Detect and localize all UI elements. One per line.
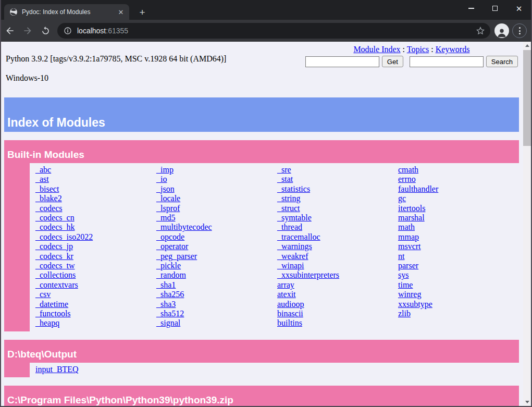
module-link-_sha3[interactable]: _sha3 [156,300,176,309]
module-link-_ast[interactable]: _ast [35,175,49,183]
module-link-_datetime[interactable]: _datetime [35,300,68,309]
module-link-atexit[interactable]: atexit [277,290,296,299]
page-scrollbar[interactable] [523,42,531,406]
topics-link[interactable]: Topics [407,45,429,54]
module-link-_sha256[interactable]: _sha256 [156,290,184,299]
module-link-_peg_parser[interactable]: _peg_parser [156,252,197,261]
module-link-_warnings[interactable]: _warnings [277,242,312,251]
browser-menu-button[interactable] [512,23,527,38]
module-link-_abc[interactable]: _abc [35,165,51,174]
module-link-_winapi[interactable]: _winapi [277,261,304,270]
module-link-_signal[interactable]: _signal [156,318,180,327]
module-link-msvcrt[interactable]: msvcrt [398,242,421,251]
module-link-_functools[interactable]: _functools [35,309,71,318]
module-link-_lsprof[interactable]: _lsprof [156,204,180,213]
module-link-_operator[interactable]: _operator [156,242,188,251]
module-link-math[interactable]: math [398,223,415,231]
module-link-parser[interactable]: parser [398,261,418,270]
module-link-_thread[interactable]: _thread [277,223,302,231]
module-link-_pickle[interactable]: _pickle [156,261,181,270]
section-content: _abc_ast_bisect_blake2_codecs_codecs_cn_… [35,163,519,331]
module-link-winreg[interactable]: winreg [398,290,421,299]
module-link-mmap[interactable]: mmap [398,232,419,241]
scrollbar-down-button[interactable] [523,398,531,406]
module-link-_collections[interactable]: _collections [35,270,76,279]
module-link-nt[interactable]: nt [398,252,404,261]
module-link-_csv[interactable]: _csv [35,290,51,299]
module-link-_sre[interactable]: _sre [277,165,291,174]
module-link-gc[interactable]: gc [398,194,406,203]
module-link-_imp[interactable]: _imp [156,165,174,174]
scrollbar-up-button[interactable] [523,42,531,50]
close-icon: ✕ [516,5,523,13]
module-link-_random[interactable]: _random [156,270,186,279]
module-link-input_BTEQ[interactable]: input_BTEQ [35,365,79,374]
module-link-zlib[interactable]: zlib [398,309,411,318]
module-link-_symtable[interactable]: _symtable [277,213,312,222]
module-link-time[interactable]: time [398,280,413,289]
search-input[interactable] [410,56,484,67]
module-link-binascii[interactable]: binascii [277,309,303,318]
scrollbar-thumb[interactable] [523,50,531,146]
module-link-_codecs_jp[interactable]: _codecs_jp [35,242,73,251]
profile-avatar[interactable] [494,23,509,38]
module-link-_md5[interactable]: _md5 [156,213,175,222]
address-bar[interactable]: localhost:61355 [57,23,490,39]
module-link-_heapq[interactable]: _heapq [35,318,59,327]
module-index-link[interactable]: Module Index [353,45,400,54]
module-link-_opcode[interactable]: _opcode [156,232,184,241]
python-version-line: Python 3.9.2 [tags/v3.9.2:1a79785, MSC v… [6,54,226,64]
browser-window: Pydoc: Index of Modules ✕ + ✕ [0,0,532,407]
module-link-_io[interactable]: _io [156,175,167,183]
module-link-_multibytecodec[interactable]: _multibytecodec [156,223,212,231]
window-minimize-button[interactable] [459,0,483,17]
module-link-_codecs_tw[interactable]: _codecs_tw [35,261,75,270]
browser-tab[interactable]: Pydoc: Index of Modules ✕ [4,4,129,20]
get-input[interactable] [305,56,379,67]
module-link-_contextvars[interactable]: _contextvars [35,280,78,289]
section-bias-strip [4,363,30,377]
browser-toolbar: localhost:61355 [1,20,531,42]
tab-close-icon[interactable]: ✕ [117,8,125,16]
module-link-audioop[interactable]: audioop [277,300,304,309]
new-tab-button[interactable]: + [135,6,149,19]
module-link-cmath[interactable]: cmath [398,165,418,174]
scroll-down-icon [525,401,529,403]
module-link-_codecs_iso2022[interactable]: _codecs_iso2022 [35,232,93,241]
keywords-link[interactable]: Keywords [436,45,470,54]
module-link-_statistics[interactable]: _statistics [277,184,310,193]
module-link-_sha1[interactable]: _sha1 [156,280,176,289]
module-link-_bisect[interactable]: _bisect [35,184,59,193]
module-link-_json[interactable]: _json [156,184,175,193]
module-link-marshal[interactable]: marshal [398,213,425,222]
module-link-_stat[interactable]: _stat [277,175,293,183]
module-link-_tracemalloc[interactable]: _tracemalloc [277,232,320,241]
forward-button[interactable] [19,22,36,40]
module-link-_codecs_kr[interactable]: _codecs_kr [35,252,73,261]
module-link-xxsubtype[interactable]: xxsubtype [398,300,432,309]
module-link-array[interactable]: array [277,280,294,289]
bookmark-star-icon[interactable] [476,26,485,35]
module-link-faulthandler[interactable]: faulthandler [398,184,438,193]
module-link-_struct[interactable]: _struct [277,204,300,213]
module-link-sys[interactable]: sys [398,270,409,279]
module-link-_weakref[interactable]: _weakref [277,252,308,261]
module-link-_codecs[interactable]: _codecs [35,204,63,213]
module-link-_locale[interactable]: _locale [156,194,180,203]
get-button[interactable]: Get [382,56,403,67]
module-link-_codecs_cn[interactable]: _codecs_cn [35,213,75,222]
module-link-_sha512[interactable]: _sha512 [156,309,184,318]
module-link-_string[interactable]: _string [277,194,300,203]
module-link-builtins[interactable]: builtins [277,318,302,327]
search-button[interactable]: Search [486,56,518,67]
back-button[interactable] [1,22,19,40]
reload-button[interactable] [36,22,54,40]
module-link-_codecs_hk[interactable]: _codecs_hk [35,223,75,231]
module-link-itertools[interactable]: itertools [398,204,425,213]
module-link-errno[interactable]: errno [398,175,416,183]
module-link-_blake2[interactable]: _blake2 [35,194,62,203]
window-close-button[interactable]: ✕ [507,0,531,17]
window-maximize-button[interactable] [483,0,507,17]
site-info-icon[interactable] [64,27,72,35]
module-link-_xxsubinterpreters[interactable]: _xxsubinterpreters [277,270,339,279]
